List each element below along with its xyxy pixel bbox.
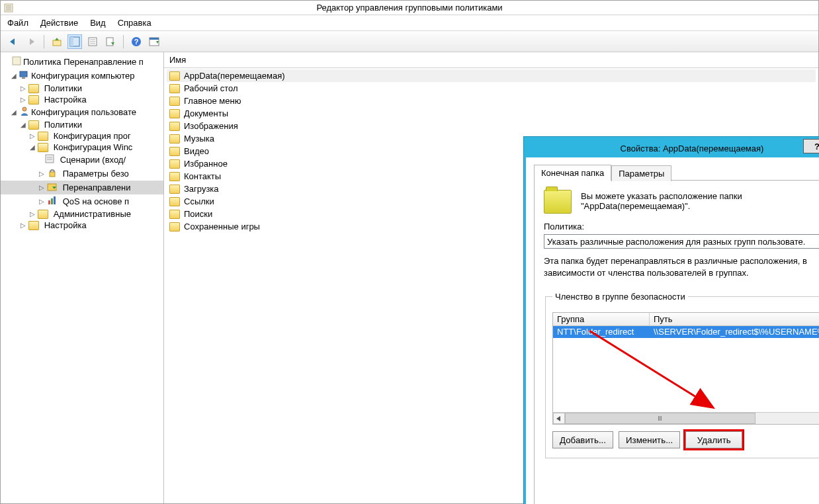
toolbar: ?: [1, 31, 818, 52]
tab-strip: Конечная папка Параметры: [534, 164, 819, 180]
tree-label: Административные: [54, 209, 131, 219]
svg-rect-23: [50, 172, 55, 177]
policy-combo[interactable]: [544, 234, 819, 249]
folder-icon: [169, 159, 180, 169]
tree-user-config[interactable]: ◢ Конфигурация пользовате: [1, 105, 163, 119]
tree-label: Настройка: [44, 95, 87, 105]
folder-icon: [28, 84, 39, 93]
folder-icon: [28, 221, 39, 230]
folder-icon: [169, 97, 180, 106]
edit-button[interactable]: Изменить...: [619, 431, 680, 448]
col-path[interactable]: Путь: [650, 313, 819, 325]
tree-item[interactable]: Сценарии (вход/: [1, 153, 163, 167]
nav-back-button[interactable]: [6, 34, 21, 49]
tree-item[interactable]: ▷ Настройка: [1, 94, 163, 105]
expand-icon[interactable]: ▷: [28, 210, 36, 218]
add-button[interactable]: Добавить...: [552, 431, 613, 448]
list-item[interactable]: Изображения: [167, 120, 816, 132]
tree-label: Конфигурация компьютер: [31, 71, 134, 81]
tree-item[interactable]: ▷ Настройка: [1, 220, 163, 231]
content-area: Политика Перенаправление п ◢ Конфигураци…: [1, 52, 818, 503]
folder-open-icon: [38, 143, 48, 152]
list-header-name[interactable]: Имя: [164, 52, 818, 68]
show-hide-tree-button[interactable]: [67, 34, 82, 49]
properties-button[interactable]: [85, 34, 100, 49]
collapse-icon[interactable]: ◢: [10, 108, 18, 116]
help-button[interactable]: ?: [129, 34, 144, 49]
collapse-icon[interactable]: ◢: [19, 121, 27, 128]
list-item-label: Поиски: [184, 209, 212, 219]
collapse-icon[interactable]: ◢: [10, 72, 18, 79]
script-icon: [44, 153, 55, 166]
user-icon: [19, 106, 30, 118]
tree-label: Конфигурация Winc: [54, 142, 133, 152]
tree-item[interactable]: ▷ QoS на основе п: [1, 194, 163, 208]
list-item-label: Рабочий стол: [184, 83, 238, 93]
tree-pane[interactable]: Политика Перенаправление п ◢ Конфигураци…: [1, 52, 164, 503]
folder-icon: [169, 210, 180, 219]
folder-icon: [38, 210, 48, 219]
expand-icon[interactable]: ▷: [38, 198, 46, 205]
tree-item[interactable]: ◢ Политики: [1, 119, 163, 130]
tree-root[interactable]: Политика Перенаправление п: [1, 55, 163, 69]
folder-icon: [169, 122, 180, 131]
svg-rect-20: [46, 155, 54, 163]
tab-target-folder[interactable]: Конечная папка: [534, 165, 611, 181]
menu-help[interactable]: Справка: [118, 18, 151, 28]
list-item[interactable]: Рабочий стол: [167, 82, 816, 95]
tree-item[interactable]: ◢ Конфигурация Winc: [1, 142, 163, 153]
scroll-left-icon[interactable]: [553, 413, 565, 424]
scroll-track[interactable]: Ⅲ: [565, 413, 819, 424]
filter-options-button[interactable]: [147, 34, 161, 49]
tree-item[interactable]: ▷ Политики: [1, 83, 163, 94]
tree-item-folder-redirection[interactable]: ▷ Перенаправлени: [1, 181, 163, 194]
menu-action[interactable]: Действие: [40, 18, 78, 28]
hint-text: Вы можете указать расположение папки "Ap…: [581, 190, 806, 211]
svg-rect-17: [20, 71, 27, 77]
expand-icon[interactable]: ▷: [19, 96, 27, 103]
list-item[interactable]: Документы: [167, 107, 816, 120]
horizontal-scrollbar[interactable]: Ⅲ: [553, 412, 819, 424]
menu-file[interactable]: Файл: [7, 18, 28, 28]
group-grid[interactable]: Группа Путь NTT\Folder_redirect \\SERVER…: [552, 312, 819, 425]
svg-rect-15: [150, 38, 159, 40]
export-list-button[interactable]: [103, 34, 118, 49]
svg-text:?: ?: [134, 38, 139, 46]
svg-rect-11: [107, 38, 113, 46]
list-item-label: Сохраненные игры: [184, 222, 260, 231]
policy-combo-value[interactable]: [544, 235, 819, 248]
list-item-label: AppData(перемещаемая): [184, 71, 285, 81]
scroll-thumb[interactable]: Ⅲ: [565, 413, 755, 424]
list-item-label: Изображения: [184, 121, 238, 131]
tree-label: Политики: [44, 83, 82, 93]
collapse-icon[interactable]: ◢: [28, 144, 36, 151]
list-item[interactable]: Главное меню: [167, 95, 816, 107]
tree-item[interactable]: ▷ Конфигурация прог: [1, 130, 163, 142]
grid-row-selected[interactable]: NTT\Folder_redirect \\SERVER\Folder_redi…: [553, 326, 819, 338]
tree-item[interactable]: ▷ Административные: [1, 208, 163, 220]
tree-computer-config[interactable]: ◢ Конфигурация компьютер: [1, 69, 163, 83]
computer-icon: [19, 69, 30, 82]
up-level-button[interactable]: [50, 34, 64, 49]
dialog-help-button[interactable]: ?: [803, 139, 819, 153]
tab-parameters[interactable]: Параметры: [611, 165, 671, 181]
list-item[interactable]: AppData(перемещаемая): [167, 69, 816, 82]
list-item-label: Контакты: [184, 171, 221, 181]
menu-bar: Файл Действие Вид Справка: [1, 15, 818, 31]
expand-icon[interactable]: ▷: [38, 184, 46, 191]
expand-icon[interactable]: ▷: [19, 222, 27, 229]
dialog-titlebar[interactable]: Свойства: AppData(перемещаемая) ? X: [526, 139, 819, 157]
expand-icon[interactable]: ▷: [28, 132, 36, 140]
menu-view[interactable]: Вид: [90, 18, 106, 28]
folder-icon: [169, 84, 180, 93]
tree-item[interactable]: ▷ Параметры безо: [1, 167, 163, 181]
qos-icon: [47, 195, 58, 208]
svg-rect-16: [13, 57, 21, 65]
expand-icon[interactable]: ▷: [19, 85, 27, 92]
tab-panel: Вы можете указать расположение папки "Ap…: [534, 180, 819, 504]
nav-forward-button[interactable]: [24, 34, 38, 49]
folder-icon: [169, 222, 180, 231]
col-group[interactable]: Группа: [553, 313, 650, 325]
delete-button[interactable]: Удалить: [685, 431, 742, 448]
expand-icon[interactable]: ▷: [38, 170, 46, 177]
